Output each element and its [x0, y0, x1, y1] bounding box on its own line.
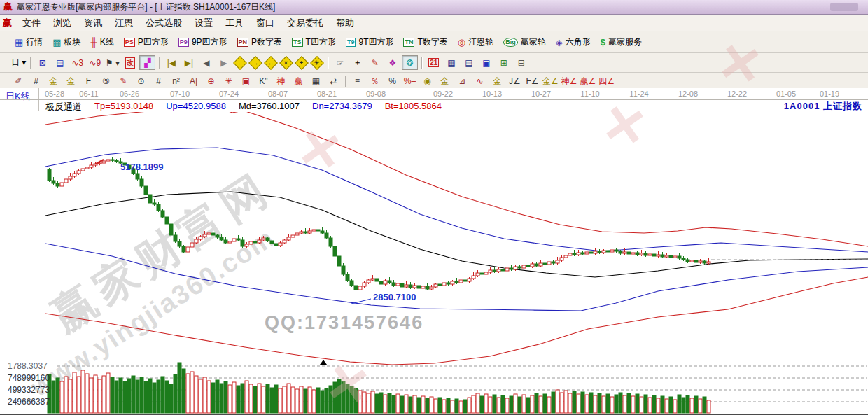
print-button[interactable]: ⊟ [513, 55, 529, 70]
quotes-button[interactable]: ▦行情 [10, 35, 48, 50]
kline-button[interactable]: ╫K线 [86, 35, 119, 50]
cycle-tool-button[interactable]: ❂ [402, 55, 418, 70]
chart-canvas[interactable]: 5178.18992850.7100 [0, 112, 868, 415]
first-bar-button[interactable]: |◀ [163, 55, 179, 70]
menu-帮助[interactable]: 帮助 [330, 15, 360, 31]
wave3-button[interactable]: ∿3 [69, 55, 85, 70]
wave9-button[interactable]: ∿9 [87, 55, 103, 70]
menu-江恩[interactable]: 江恩 [108, 15, 139, 31]
pan-right-button[interactable]: → [248, 56, 262, 70]
percent-line-tool[interactable]: ％ [367, 74, 383, 89]
time-cycle-tool[interactable]: ⊙ [133, 74, 149, 89]
angle-tool[interactable]: A| [186, 74, 202, 89]
menu-浏览[interactable]: 浏览 [47, 15, 78, 31]
calendar-button[interactable]: 21 [426, 55, 442, 70]
stretch-h-button-icon: ↔ [268, 59, 274, 66]
gann-box-tool[interactable]: ▣ [238, 74, 254, 89]
span-tool[interactable]: ⇄ [326, 74, 342, 89]
nine-t-square-button[interactable]: T99T四方形 [341, 35, 399, 50]
menu-工具[interactable]: 工具 [219, 15, 250, 31]
calculator-button[interactable]: ▦ [443, 55, 459, 70]
p-number-table-button[interactable]: PNP数字表 [232, 35, 288, 50]
info-doc-button[interactable]: ▤ [52, 55, 68, 70]
p-square-button[interactable]: PSP四方形 [119, 35, 174, 50]
wave-mark-tool[interactable]: K" [255, 74, 272, 89]
gold-level-tool[interactable]: 金 [437, 74, 453, 89]
compass-tool[interactable]: ✐ [10, 74, 27, 89]
fibonacci-tool[interactable]: F [80, 74, 97, 89]
shen-angle-tool[interactable]: 神∠ [561, 74, 578, 89]
toolbar-separator [328, 57, 328, 69]
period-daily-button[interactable]: 日 ▾ [10, 55, 27, 70]
crosshair-button[interactable]: ＋ [349, 55, 365, 70]
gold-angle-tool[interactable]: 金∠ [542, 74, 559, 89]
shen-tool[interactable]: 神 [273, 74, 289, 89]
volume-axis-label: 499332773 [8, 385, 50, 395]
menu-公式选股[interactable]: 公式选股 [139, 15, 188, 31]
hand-button[interactable]: ☞ [332, 55, 348, 70]
golden-ratio-tool[interactable]: 金 [63, 74, 79, 89]
volume-axis-label: 1788.3037 [8, 361, 48, 371]
spiral-tool[interactable]: ⑤ [98, 74, 114, 89]
j-angle-tool[interactable]: J∠ [507, 74, 523, 89]
zoom-in-button[interactable]: + [295, 56, 309, 70]
pan-left-button[interactable]: ← [233, 56, 247, 70]
stretch-h-button[interactable]: ↔ [264, 56, 278, 70]
hexagon-button[interactable]: ◈六角形 [551, 35, 596, 50]
next-bar-button-icon: ▶ [220, 58, 227, 68]
pan-right-button-icon: → [253, 59, 259, 66]
window-controls[interactable] [830, 3, 858, 11]
save-button-icon: ▣ [482, 58, 490, 68]
grid-lines-tool[interactable]: # [28, 74, 44, 89]
web-chart-button[interactable]: ⊠ [34, 55, 50, 70]
menu-文件[interactable]: 文件 [16, 15, 47, 31]
prev-bar-button[interactable]: ◀ [198, 55, 214, 70]
golden-ratio-tool-icon: 金 [67, 76, 76, 87]
four-angle-tool[interactable]: 四∠ [598, 74, 615, 89]
sectors-button[interactable]: ▩板块 [48, 35, 85, 50]
percent-tool[interactable]: % [384, 74, 400, 89]
last-bar-button[interactable]: ▶| [181, 55, 197, 70]
price-lines-tool[interactable]: # [150, 74, 167, 89]
t-number-table-button[interactable]: TNT数字表 [398, 35, 452, 50]
f-angle-tool[interactable]: F∠ [524, 74, 540, 89]
gold-circle-tool-icon: ◉ [424, 76, 430, 86]
gann-fan-tool[interactable]: ✳ [220, 74, 237, 89]
menu-交易委托[interactable]: 交易委托 [281, 15, 330, 31]
title-bar[interactable]: 赢 赢家江恩专业版[赢家内部服务平台] - [上证指数 SH1A0001-167… [0, 0, 868, 15]
wave-channel-tool[interactable]: ∿ [472, 74, 488, 89]
marker-tool[interactable]: ✎ [115, 74, 132, 89]
color-histogram-button[interactable]: ▞ [139, 55, 155, 70]
next-bar-button[interactable]: ▶ [216, 55, 232, 70]
flag-button[interactable]: ⚑ ▾ [104, 55, 120, 70]
ying-angle-tool[interactable]: 赢∠ [580, 74, 597, 89]
brush-tool[interactable]: ⊿ [454, 74, 470, 89]
notes-button[interactable]: ▤ [461, 55, 477, 70]
nine-p-square-button[interactable]: P99P四方形 [174, 35, 232, 50]
winner-wheel-button[interactable]: Big赢家轮 [498, 35, 551, 50]
ying-tool[interactable]: 赢 [290, 74, 307, 89]
menu-资讯[interactable]: 资讯 [78, 15, 108, 31]
gold-channel-tool[interactable]: 金 [489, 74, 505, 89]
menu-窗口[interactable]: 窗口 [250, 15, 281, 31]
gold-circle-tool[interactable]: ◉ [419, 74, 435, 89]
gann-circle-tool[interactable]: ⊕ [203, 74, 219, 89]
save-button[interactable]: ▣ [478, 55, 494, 70]
percent-level-tool[interactable]: %– [402, 74, 418, 89]
t-square-button[interactable]: TST四方形 [287, 35, 341, 50]
date-tick: 12-08 [678, 90, 698, 98]
nine-p-square-button-label: 9P四方形 [192, 36, 227, 48]
winner-service-button[interactable]: $赢家服务 [596, 35, 647, 50]
grid-123-tool[interactable]: ▦ [308, 74, 324, 89]
measure-tool[interactable]: ≡ [349, 74, 365, 89]
compress-button[interactable]: × [279, 56, 293, 70]
export-button[interactable]: ⊞ [496, 55, 512, 70]
gann-tool-button[interactable]: ❖ [384, 55, 400, 70]
edit-tool-button[interactable]: 改 [122, 55, 138, 70]
golden-section-tool[interactable]: 金 [46, 74, 62, 89]
zoom-all-button[interactable]: ✳ [310, 56, 324, 70]
menu-设置[interactable]: 设置 [188, 15, 219, 31]
gann-wheel-button[interactable]: ◎江恩轮 [453, 35, 498, 50]
draw-button[interactable]: ✎ [367, 55, 383, 70]
square-number-tool[interactable]: n² [168, 74, 184, 89]
